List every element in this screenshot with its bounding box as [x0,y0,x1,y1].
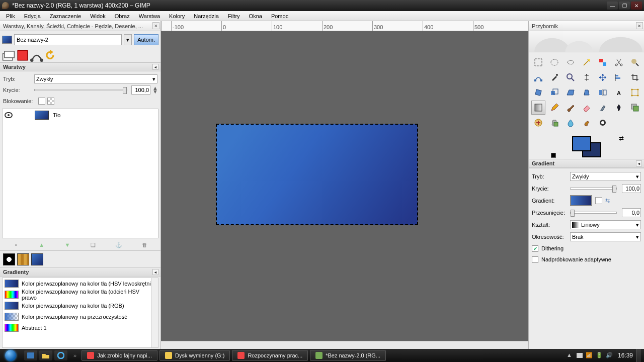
pencil-icon[interactable] [547,101,561,115]
paintbrush-icon[interactable] [564,101,578,115]
tab-channels-icon[interactable] [16,49,29,61]
opt-opacity-value[interactable]: 100,0 [622,184,641,193]
opt-mode-select[interactable]: Zwykły▾ [570,172,641,181]
perspective-icon[interactable] [580,85,594,100]
menu-view[interactable]: Widok [86,12,110,20]
text-icon[interactable]: A [612,85,626,100]
swatch-default-icon[interactable] [3,253,15,265]
zoom-icon[interactable] [564,70,578,84]
taskbar-item[interactable]: Jak zrobic fajny napi... [82,350,157,361]
lower-layer-icon[interactable]: ▼ [64,241,71,248]
airbrush-icon[interactable] [596,101,610,115]
gradient-reverse-icon[interactable] [595,197,602,204]
by-color-icon[interactable] [596,55,610,69]
layer-name[interactable]: Tło [53,112,60,118]
clock[interactable]: 16:39 [618,352,633,359]
opt-offset-slider[interactable] [570,212,617,214]
taskbar-chevrons-icon[interactable]: » [70,352,79,358]
opt-opacity-slider[interactable] [570,188,617,190]
flip-icon[interactable] [596,85,610,100]
menu-help[interactable]: Pomoc [267,12,292,20]
opt-offset-value[interactable]: 0,0 [622,208,641,217]
scrollbar[interactable] [151,278,158,347]
show-desktop-button[interactable] [636,349,641,362]
new-layer-icon[interactable]: ▫ [13,241,20,248]
gradients-menu-icon[interactable]: ◂ [152,269,158,275]
eraser-icon[interactable] [580,101,594,115]
crop-icon[interactable] [628,70,642,84]
taskbar-item[interactable]: Dysk wymienny (G:) [159,350,230,361]
ink-icon[interactable] [612,101,626,115]
delete-layer-icon[interactable]: 🗑 [141,241,148,248]
minimize-button[interactable]: — [607,2,618,10]
menu-image[interactable]: Obraz [111,12,134,20]
image-name-dropdown[interactable]: Bez nazwy-2 [14,34,122,45]
rect-select-icon[interactable] [531,55,545,69]
gradient-preview[interactable] [570,195,592,206]
menu-windows[interactable]: Okna [245,12,266,20]
taskbar-item[interactable]: Rozpoczynamy prac... [232,350,308,361]
opt-repeat-select[interactable]: Brak▾ [570,232,641,241]
color-picker-icon[interactable] [547,70,561,84]
canvas-image[interactable] [216,124,418,225]
anchor-layer-icon[interactable]: ⚓ [115,241,122,248]
menu-colors[interactable]: Kolory [165,12,189,20]
swap-colors-icon[interactable]: ⇄ [619,135,624,142]
cage-icon[interactable] [628,85,642,100]
lock-pixels-icon[interactable] [38,98,45,105]
menu-file[interactable]: Plik [2,12,19,20]
align-icon[interactable] [612,70,626,84]
maximize-button[interactable]: ❐ [619,2,630,10]
tab-paths-icon[interactable] [30,49,43,61]
tab-layers-icon[interactable] [2,49,15,61]
default-colors-icon[interactable] [551,153,556,158]
smudge-icon[interactable] [580,116,594,130]
ellipse-select-icon[interactable] [547,55,561,69]
pinned-ie-icon[interactable] [54,350,67,360]
paths-icon[interactable] [531,70,545,84]
fg-bg-colors[interactable]: ⇄ [529,135,644,159]
layers-menu-icon[interactable]: ◂ [152,64,158,70]
raise-layer-icon[interactable]: ▲ [38,241,45,248]
rotate-icon[interactable] [531,85,545,100]
free-select-icon[interactable] [564,55,578,69]
scale-icon[interactable] [547,85,561,100]
opt-shape-select[interactable]: Liniowy▾ [570,220,641,229]
move-icon[interactable] [596,70,610,84]
gradient-list[interactable]: Kolor pierwszoplanowy na kolor tła (HSV … [2,278,158,348]
layer-row[interactable]: Tło [3,109,158,121]
canvas[interactable] [161,31,528,341]
measure-icon[interactable] [580,70,594,84]
ruler-horizontal[interactable]: -100 0 100 200 300 400 500 [161,21,528,31]
image-dropdown-arrow-icon[interactable]: ▾ [124,34,132,45]
perspective-clone-icon[interactable] [547,116,561,130]
pinned-folder-icon[interactable] [39,350,52,360]
opt-adaptive-check[interactable]: Nadpróbkowanie adaptywne [532,254,641,265]
menu-filters[interactable]: Filtry [224,12,244,20]
scissors-icon[interactable] [612,55,626,69]
layer-mode-select[interactable]: Zwykły▾ [34,74,157,83]
duplicate-layer-icon[interactable]: ❏ [90,241,97,248]
gradient-flip-icon[interactable]: ⇆ [605,198,610,204]
pinned-explorer-icon[interactable] [24,350,37,360]
foreground-icon[interactable] [628,55,642,69]
shear-icon[interactable] [564,85,578,100]
menu-select[interactable]: Zaznaczenie [46,12,85,20]
opt-dithering-check[interactable]: ✔Dithering [532,243,641,254]
layer-opacity-slider[interactable] [34,89,127,91]
tool-options-menu-icon[interactable]: ◂ [636,160,642,166]
swatch-pattern-icon[interactable] [17,253,29,265]
clone-icon[interactable] [628,101,642,115]
bucket-icon[interactable] [531,101,545,115]
close-button[interactable]: ✕ [631,2,642,10]
layer-visibility-icon[interactable] [5,111,13,119]
toolbox-close-icon[interactable]: ⨯ [636,22,643,29]
taskbar-item[interactable]: *Bez nazwy-2.0 (RG... [310,350,386,361]
start-button[interactable] [0,349,21,362]
layer-opacity-value[interactable]: 100,0 [131,85,150,95]
menu-tools[interactable]: Narzędzia [190,12,223,20]
fg-color-swatch[interactable] [572,136,591,151]
swatch-gradient-icon[interactable] [31,253,43,265]
left-dock-close-icon[interactable]: ⨯ [152,22,159,29]
canvas-hscroll[interactable] [161,341,528,349]
